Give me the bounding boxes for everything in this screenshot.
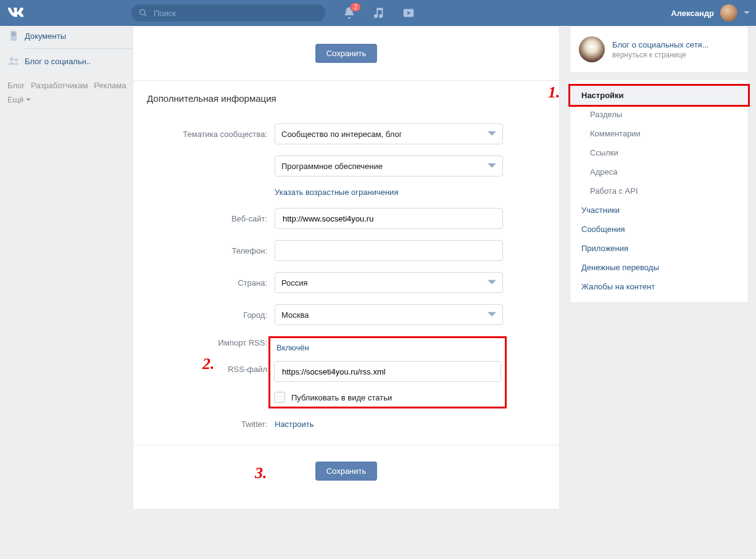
chevron-down-icon [488, 162, 496, 170]
label-country: Страна: [147, 278, 275, 288]
left-separator [25, 48, 133, 49]
search-input[interactable] [152, 8, 318, 19]
nav-apps[interactable]: Приложения [570, 239, 748, 258]
group-title[interactable]: Блог о социальных сетя... [612, 40, 708, 49]
vk-logo[interactable] [7, 5, 23, 21]
twitter-configure-link[interactable]: Настроить [275, 420, 314, 429]
nav-reports[interactable]: Жалобы на контент [570, 277, 748, 296]
form-divider [133, 445, 559, 445]
label-phone: Телефон: [147, 246, 275, 255]
section-title: Дополнительная информация [133, 81, 559, 106]
label-twitter: Twitter: [147, 420, 275, 429]
nav-settings[interactable]: Настройки [568, 84, 750, 107]
video-play-icon[interactable] [402, 6, 415, 20]
select-topic-2[interactable]: Программное обеспечение [275, 155, 503, 176]
svg-rect-3 [12, 35, 15, 36]
save-button-bottom[interactable]: Сохранить [315, 462, 378, 481]
music-icon[interactable] [372, 6, 386, 20]
left-sidebar: Документы Блог о социальн.. Блог Разрабо… [0, 26, 133, 510]
right-sidebar: Блог о социальных сетя... вернуться к ст… [570, 26, 749, 303]
left-item-documents[interactable]: Документы [7, 26, 133, 46]
group-avatar [579, 36, 605, 62]
notifications-badge: 2 [350, 2, 361, 12]
chevron-down-icon [26, 97, 31, 102]
top-header: 2 Александр [0, 0, 756, 26]
rss-highlight: Включён Публиковать в виде статьи [268, 336, 507, 408]
svg-rect-2 [12, 33, 15, 34]
svg-point-4 [10, 57, 14, 61]
left-item-label: Блог о социальн.. [25, 57, 91, 66]
footer-link[interactable]: Блог [7, 81, 25, 90]
label-city: Город: [147, 310, 275, 320]
select-topic-1[interactable]: Сообщество по интересам, блог [275, 123, 503, 144]
group-back-link[interactable]: вернуться к странице [612, 51, 708, 59]
document-icon [7, 30, 20, 42]
nav-sections[interactable]: Разделы [570, 105, 748, 124]
svg-rect-1 [10, 31, 17, 41]
chevron-down-icon [488, 130, 496, 138]
save-button-top[interactable]: Сохранить [315, 44, 378, 63]
footer-link[interactable]: Ещё [7, 95, 31, 104]
nav-addresses[interactable]: Адреса [570, 162, 748, 181]
chevron-down-icon [488, 310, 496, 319]
nav-members[interactable]: Участники [570, 201, 748, 220]
settings-nav: 1. Настройки Разделы Комментарии Ссылки … [570, 79, 749, 303]
website-input[interactable] [275, 208, 503, 229]
chevron-down-icon [488, 278, 496, 287]
annotation-1: 1. [548, 83, 560, 102]
avatar [720, 4, 737, 22]
select-city[interactable]: Москва [275, 304, 503, 325]
label-rss-import: Импорт RSS: [147, 336, 275, 350]
publish-as-article-label: Публиковать в виде статьи [291, 393, 392, 402]
chevron-down-icon [744, 10, 750, 16]
nav-links[interactable]: Ссылки [570, 143, 748, 162]
rss-file-input[interactable] [274, 361, 501, 382]
nav-api[interactable]: Работа с API [570, 181, 748, 201]
group-header-card: Блог о социальных сетя... вернуться к ст… [570, 26, 749, 73]
header-icons: 2 [343, 6, 415, 20]
nav-messages[interactable]: Сообщения [570, 220, 748, 239]
svg-point-5 [15, 59, 18, 62]
footer-link[interactable]: Реклама [94, 81, 126, 90]
nav-comments[interactable]: Комментарии [570, 124, 748, 143]
label-topic: Тематика сообщества: [147, 130, 275, 139]
nav-payments[interactable]: Денежные переводы [570, 258, 748, 277]
rss-enabled-link[interactable]: Включён [276, 343, 309, 352]
user-name: Александр [671, 9, 714, 18]
settings-form: Сохранить Дополнительная информация Тема… [133, 26, 560, 510]
footer-links: Блог Разработчикам Реклама Ещё [7, 81, 133, 104]
group-icon [7, 55, 20, 67]
label-website: Веб-сайт: [147, 214, 275, 223]
user-menu[interactable]: Александр [671, 4, 750, 22]
top-save-bar: Сохранить [133, 27, 559, 81]
notifications-icon[interactable]: 2 [343, 6, 356, 20]
search-icon [139, 9, 147, 17]
phone-input[interactable] [275, 240, 503, 261]
select-country[interactable]: Россия [275, 272, 503, 293]
publish-as-article-checkbox[interactable] [274, 392, 285, 403]
annotation-2: 2. [202, 355, 215, 373]
age-restrictions-link[interactable]: Указать возрастные ограничения [275, 188, 398, 197]
left-item-blog[interactable]: Блог о социальн.. [7, 51, 133, 71]
search-box[interactable] [131, 4, 325, 22]
annotation-3: 3. [255, 464, 267, 482]
footer-link[interactable]: Разработчикам [31, 81, 88, 90]
left-item-label: Документы [25, 31, 66, 41]
